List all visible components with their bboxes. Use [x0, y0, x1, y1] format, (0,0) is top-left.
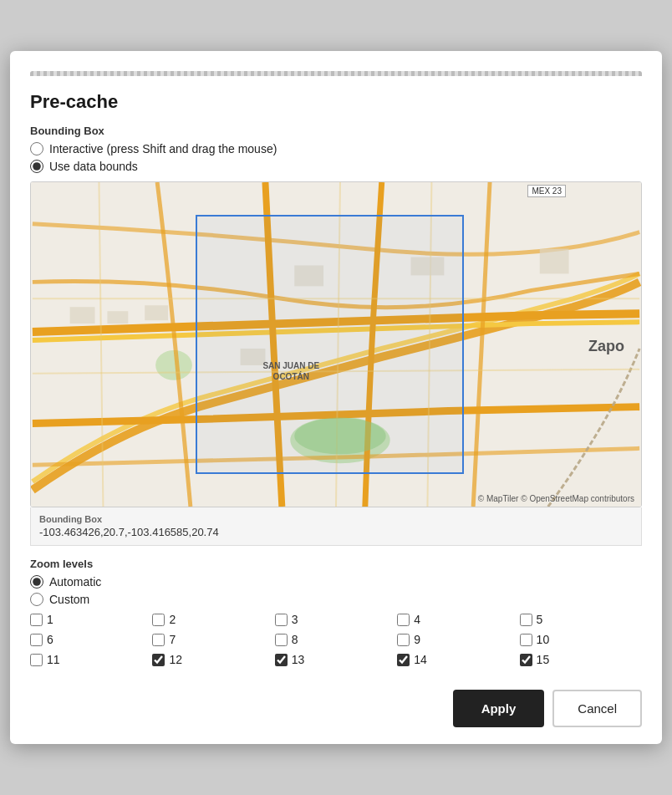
- zoom-check-item: 12: [152, 653, 274, 666]
- svg-rect-3: [70, 307, 95, 324]
- bounding-box-overlay: [196, 215, 464, 474]
- zoom-check-item: 2: [152, 613, 274, 626]
- zoom-check-item: 6: [30, 633, 152, 646]
- zoom-checkbox-11[interactable]: [30, 654, 43, 666]
- zoom-check-item: 14: [397, 653, 519, 666]
- zoom-check-item: 10: [520, 633, 642, 646]
- dialog-top-stripe: [30, 71, 642, 76]
- radio-custom-label: Custom: [49, 593, 89, 606]
- radio-automatic-label: Automatic: [49, 575, 101, 589]
- radio-custom[interactable]: [30, 593, 43, 606]
- radio-use-data[interactable]: [30, 160, 43, 173]
- dialog-title: Pre-cache: [30, 91, 642, 113]
- zoom-checkbox-6[interactable]: [30, 634, 43, 646]
- radio-interactive[interactable]: [30, 142, 43, 155]
- zoom-check-item: 15: [520, 653, 642, 666]
- zoom-label: Zoom levels: [30, 558, 642, 570]
- map-label-sanjuan: SAN JUAN DEOCOTÁN: [262, 360, 319, 382]
- bbox-value-label: Bounding Box: [39, 514, 633, 524]
- zoom-label-4: 4: [414, 613, 420, 626]
- zoom-label-13: 13: [292, 653, 305, 666]
- radio-use-data-label: Use data bounds: [49, 160, 138, 173]
- radio-row-use-data[interactable]: Use data bounds: [30, 160, 642, 173]
- map-container[interactable]: MEX 23 Zapo SAN JUAN DEOCOTÁN © MapTiler…: [30, 181, 642, 507]
- zoom-checkbox-14[interactable]: [397, 654, 410, 666]
- svg-rect-5: [145, 305, 168, 320]
- zoom-label-11: 11: [47, 653, 60, 666]
- zoom-check-item: 3: [275, 613, 397, 626]
- zoom-checkbox-7[interactable]: [152, 634, 165, 646]
- zoom-label-15: 15: [537, 653, 550, 666]
- zoom-checkbox-9[interactable]: [397, 634, 410, 646]
- zoom-checkbox-5[interactable]: [520, 614, 532, 626]
- radio-row-automatic[interactable]: Automatic: [30, 575, 642, 589]
- zoom-check-item: 5: [520, 613, 642, 626]
- svg-rect-9: [540, 249, 569, 274]
- radio-automatic[interactable]: [30, 575, 43, 589]
- pre-cache-dialog: Pre-cache Bounding Box Interactive (pres…: [10, 51, 662, 744]
- zoom-checkbox-4[interactable]: [397, 614, 410, 626]
- zoom-label-10: 10: [537, 633, 550, 646]
- map-label-mex: MEX 23: [527, 185, 566, 197]
- zoom-check-item: 9: [397, 633, 519, 646]
- zoom-checkbox-15[interactable]: [520, 654, 532, 666]
- dialog-footer: Apply Cancel: [30, 690, 642, 727]
- zoom-label-7: 7: [169, 633, 176, 646]
- bbox-value: -103.463426,20.7,-103.416585,20.74: [39, 526, 633, 538]
- zoom-label-14: 14: [414, 653, 427, 666]
- zoom-label-12: 12: [169, 653, 182, 666]
- zoom-label-9: 9: [414, 633, 420, 646]
- zoom-checkbox-1[interactable]: [30, 614, 43, 626]
- zoom-check-item: 4: [397, 613, 519, 626]
- radio-row-interactive[interactable]: Interactive (press Shift and drag the mo…: [30, 142, 642, 155]
- zoom-checkbox-13[interactable]: [275, 654, 288, 666]
- zoom-check-item: 8: [275, 633, 397, 646]
- zoom-label-2: 2: [169, 613, 176, 626]
- apply-button[interactable]: Apply: [453, 690, 545, 727]
- zoom-label-3: 3: [292, 613, 298, 626]
- cancel-button[interactable]: Cancel: [552, 690, 642, 727]
- bounding-box-label: Bounding Box: [30, 125, 642, 137]
- map-label-zapo: Zapo: [588, 338, 624, 355]
- svg-rect-4: [107, 311, 128, 324]
- zoom-label-1: 1: [47, 613, 53, 626]
- zoom-section: Zoom levels Automatic Custom 12345678910…: [30, 558, 642, 666]
- bbox-display: Bounding Box -103.463426,20.7,-103.41658…: [30, 507, 642, 546]
- zoom-label-8: 8: [292, 633, 298, 646]
- map-attribution: © MapTiler © OpenStreetMap contributors: [478, 494, 634, 503]
- zoom-checkbox-12[interactable]: [152, 654, 165, 666]
- zoom-checkbox-10[interactable]: [520, 634, 532, 646]
- zoom-check-item: 1: [30, 613, 152, 626]
- svg-point-2: [155, 350, 192, 380]
- zoom-check-item: 11: [30, 653, 152, 666]
- zoom-checkbox-2[interactable]: [152, 614, 165, 626]
- zoom-checkboxes: 123456789101112131415: [30, 613, 642, 666]
- zoom-checkbox-8[interactable]: [275, 634, 288, 646]
- zoom-check-item: 7: [152, 633, 274, 646]
- radio-interactive-label: Interactive (press Shift and drag the mo…: [49, 142, 277, 155]
- zoom-label-5: 5: [537, 613, 543, 626]
- zoom-label-6: 6: [47, 633, 53, 646]
- radio-row-custom[interactable]: Custom: [30, 593, 642, 606]
- map-background: MEX 23 Zapo SAN JUAN DEOCOTÁN © MapTiler…: [31, 182, 641, 507]
- zoom-check-item: 13: [275, 653, 397, 666]
- zoom-checkbox-3[interactable]: [275, 614, 288, 626]
